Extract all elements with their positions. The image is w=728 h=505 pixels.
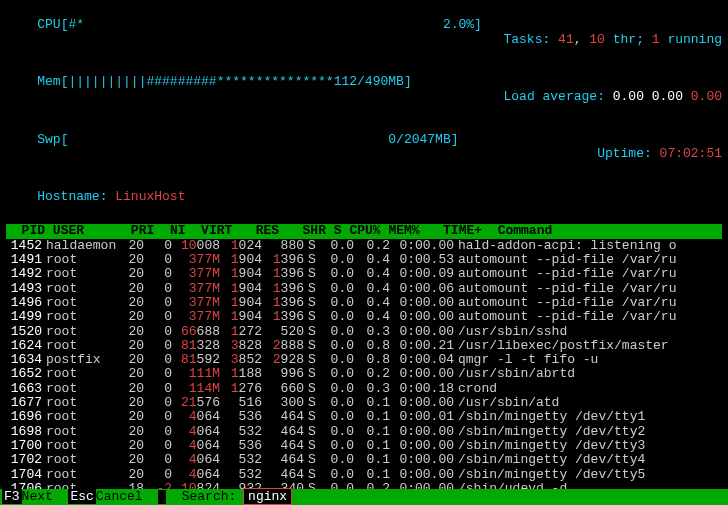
mem-label: Mem: [37, 74, 60, 89]
f3-key[interactable]: F3: [2, 489, 22, 504]
cpu-bar: [#* 2.0%]: [61, 17, 482, 32]
table-row[interactable]: 1634postfix2008159238522928S0.00.80:00.0…: [6, 353, 722, 367]
table-row[interactable]: 1624root2008132838282888S0.00.80:00.21/u…: [6, 339, 722, 353]
table-row[interactable]: 1499root200377M19041396S0.00.40:00.00aut…: [6, 310, 722, 324]
tasks-thr: 10: [589, 32, 605, 47]
table-row[interactable]: 1452haldaemon200100081024880S0.00.20:00.…: [6, 239, 722, 253]
esc-key[interactable]: Esc: [68, 489, 95, 504]
hostname: LinuxHost: [115, 189, 185, 204]
table-row[interactable]: 1702root2004064532464S0.00.10:00.00/sbin…: [6, 453, 722, 467]
column-headers[interactable]: PID USER PRI NI VIRT RES SHR S CPU% MEM%…: [6, 224, 722, 238]
uptime: 07:02:51: [660, 146, 722, 161]
search-label: Search:: [174, 489, 244, 504]
process-table[interactable]: 1452haldaemon200100081024880S0.00.20:00.…: [6, 239, 722, 505]
swp-bar: [ 0/2047MB]: [61, 132, 459, 147]
table-row[interactable]: 1520root200666881272520S0.00.30:00.00/us…: [6, 325, 722, 339]
tasks-running: 1: [652, 32, 660, 47]
cpu-label: CPU: [37, 17, 60, 32]
table-row[interactable]: 1696root2004064536464S0.00.10:00.01/sbin…: [6, 410, 722, 424]
tasks-total: 41: [558, 32, 574, 47]
table-row[interactable]: 1698root2004064532464S0.00.10:00.00/sbin…: [6, 425, 722, 439]
table-row[interactable]: 1677root20021576516300S0.00.10:00.00/usr…: [6, 396, 722, 410]
tasks-label: Tasks:: [503, 32, 550, 47]
load-label: Load average:: [504, 89, 605, 104]
hostname-label: Hostname:: [37, 189, 107, 204]
table-row[interactable]: 1704root2004064532464S0.00.10:00.00/sbin…: [6, 468, 722, 482]
uptime-label: Uptime:: [597, 146, 652, 161]
table-row[interactable]: 1493root200377M19041396S0.00.40:00.06aut…: [6, 282, 722, 296]
mem-bar: [||||||||||#########***************112/4…: [61, 74, 412, 89]
table-row[interactable]: 1496root200377M19041396S0.00.40:00.00aut…: [6, 296, 722, 310]
table-row[interactable]: 1700root2004064536464S0.00.10:00.00/sbin…: [6, 439, 722, 453]
table-row[interactable]: 1491root200377M19041396S0.00.40:00.53aut…: [6, 253, 722, 267]
swp-label: Swp: [37, 132, 60, 147]
search-bar[interactable]: F3Next EscCancel Search: nginx: [0, 489, 728, 505]
table-row[interactable]: 1492root200377M19041396S0.00.40:00.09aut…: [6, 267, 722, 281]
table-row[interactable]: 1652root200111M1188996S0.00.20:00.00/usr…: [6, 367, 722, 381]
table-row[interactable]: 1663root200114M1276660S0.00.30:00.18cron…: [6, 382, 722, 396]
header-meters: CPU[#* 2.0%] Tasks: 41, 10 thr; 1 runnin…: [6, 4, 722, 218]
search-input[interactable]: nginx: [244, 489, 291, 504]
